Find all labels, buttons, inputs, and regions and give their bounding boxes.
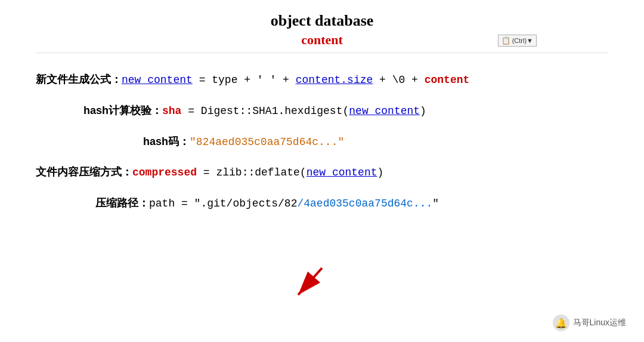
new-content-link[interactable]: new_content [122,72,193,89]
formula-label: 新文件生成公式： [36,71,122,88]
formula-line: 新文件生成公式： new_content = type + ' ' + cont… [36,71,608,89]
hashcode-line: hash码： "824aed035c0aa75d64c..." [143,133,608,151]
svg-line-1 [298,268,322,295]
path-hash2: /4aed035c0aa75d64c... [297,195,432,212]
watermark: 🔔 马哥Linux运维 [553,315,626,331]
paste-hint-label: (Ctrl)▼ [512,37,533,44]
divider [36,53,608,53]
compress-line: 文件内容压缩方式： compressed = zlib::deflate( ne… [36,164,608,181]
paren-close-2: ) [377,164,384,181]
equals-3: = zlib::deflate( [197,164,306,181]
content-keyword: content [425,72,470,89]
watermark-text: 马哥Linux运维 [573,318,626,328]
type-keyword: type [212,72,237,89]
equals-2: = Digest::SHA1.hexdigest( [181,103,349,120]
bell-icon: 🔔 [555,318,567,329]
main-container: object database content 📋 (Ctrl)▼ 新文件生成公… [0,0,644,342]
compressed-keyword: compressed [132,164,197,181]
path-label: 压缩路径： [95,195,149,212]
equals-1: = [193,72,212,89]
hash-line: hash计算校验： sha = Digest::SHA1.hexdigest( … [83,102,608,120]
content-size-link[interactable]: content.size [296,72,373,89]
path-prefix: path = ".git/objects/ [149,195,284,212]
paren-close: ) [420,103,426,120]
watermark-icon: 🔔 [553,315,569,331]
arrow-icon [286,262,334,304]
hashcode-label: hash码： [143,133,190,150]
new-content-link-3[interactable]: new_content [306,164,377,181]
path-quote: " [432,195,439,212]
content-area: 新文件生成公式： new_content = type + ' ' + cont… [36,71,608,212]
path-hash1: 82 [284,195,298,212]
new-content-link-2[interactable]: new_content [349,103,420,120]
clipboard-icon: 📋 [501,36,510,45]
arrow-container [286,262,334,306]
plus-null: + \0 + [373,72,424,89]
path-line: 压缩路径： path = ".git/objects/ 82 /4aed035c… [95,195,608,212]
hash-label: hash计算校验： [83,102,162,119]
compress-label: 文件内容压缩方式： [36,164,132,181]
hashcode-value: "824aed035c0aa75d64c..." [190,134,344,151]
page-title: object database [36,12,608,30]
plus-space: + ' ' + [237,72,295,89]
paste-hint[interactable]: 📋 (Ctrl)▼ [498,35,537,47]
sha-keyword: sha [162,103,181,120]
